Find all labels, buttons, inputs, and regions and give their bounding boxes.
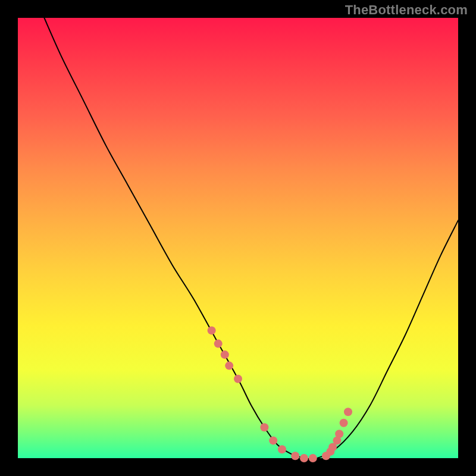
chart-svg (0, 0, 476, 476)
scatter-dot (214, 340, 223, 348)
scatter-dot (300, 454, 308, 462)
bottleneck-curve-path (44, 18, 458, 459)
scatter-group (208, 326, 352, 462)
scatter-dot (208, 326, 216, 334)
watermark-text: TheBottleneck.com (345, 2, 468, 18)
scatter-dot (278, 445, 286, 453)
scatter-dot (221, 350, 229, 359)
scatter-dot (225, 362, 233, 370)
scatter-dot (291, 452, 299, 460)
scatter-dot (309, 454, 317, 462)
scatter-dot (344, 408, 352, 416)
scatter-dot (234, 375, 242, 383)
scatter-dot (269, 436, 277, 444)
curve-group (44, 18, 458, 459)
scatter-dot (335, 430, 343, 438)
scatter-dot (340, 419, 348, 427)
chart-frame: TheBottleneck.com (0, 0, 476, 476)
scatter-dot (260, 423, 268, 431)
